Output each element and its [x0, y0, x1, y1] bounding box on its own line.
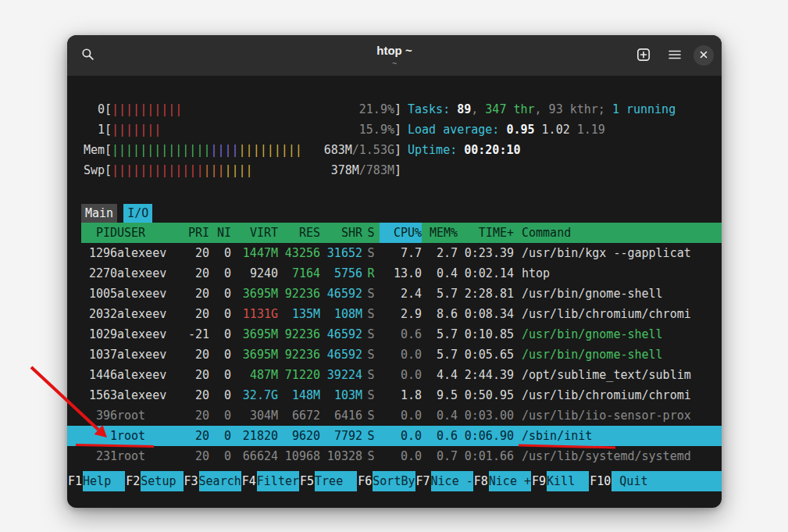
column-header-mem[interactable]: MEM%: [422, 223, 458, 243]
fkey-f8[interactable]: F8Nice +: [473, 471, 531, 491]
titlebar: htop ~ ~: [67, 35, 722, 76]
column-header-time[interactable]: TIME+: [458, 223, 514, 243]
cell-mem: 0.4: [422, 263, 458, 284]
cell-virt: 1447M: [231, 243, 278, 263]
terminal-window: htop ~ ~: [67, 35, 722, 508]
cell-pri: 20: [186, 243, 209, 263]
process-row-pid-396[interactable]: 396root200304M66726416S0.00.40:03.00/usr…: [81, 405, 718, 426]
cell-virt: 487M: [231, 365, 278, 385]
cell-mem: 5.7: [422, 284, 458, 304]
cell-s: S: [362, 284, 380, 304]
cell-pri: 20: [186, 284, 209, 304]
fkey-f5[interactable]: F5Tree: [299, 471, 357, 491]
tab-io[interactable]: I/O: [123, 204, 152, 223]
screen-tabs: MainI/O: [81, 204, 718, 223]
cell-command: /usr/lib/systemd/systemd: [514, 446, 718, 466]
meter-label: 0: [81, 99, 105, 120]
cell-command: /usr/bin/gnome-shell: [514, 284, 718, 304]
column-header-shr[interactable]: SHR: [320, 223, 362, 243]
window-subtitle: ~: [392, 59, 397, 68]
cell-res: 43256: [278, 243, 320, 263]
process-row-pid-1446[interactable]: 1446alexeev200487M7122039224S0.04.42:44.…: [81, 365, 718, 385]
cell-s: S: [362, 345, 380, 365]
cell-command: /sbin/init: [514, 426, 718, 446]
process-row-pid-1563[interactable]: 1563alexeev20032.7G148M103MS1.89.50:50.9…: [81, 385, 718, 405]
cell-command: /usr/bin/kgx --gapplicat: [514, 243, 718, 263]
fkey-f10[interactable]: F10Quit: [589, 471, 722, 491]
cell-pri: 20: [186, 426, 209, 446]
cell-mem: 9.5: [422, 385, 458, 405]
fkey-f7[interactable]: F7Nice -: [415, 471, 473, 491]
cell-mem: 0.4: [422, 405, 458, 426]
cell-pri: -21: [186, 324, 209, 345]
search-button[interactable]: [75, 43, 100, 68]
cell-cpu: 0.0: [380, 446, 422, 466]
cell-cpu: 0.0: [380, 426, 422, 446]
cell-ni: 0: [209, 446, 231, 466]
tab-main[interactable]: Main: [81, 204, 117, 223]
new-tab-button[interactable]: [631, 43, 656, 68]
cell-s: S: [362, 446, 380, 466]
cell-pid: 231: [81, 446, 117, 466]
cell-time: 0:05.65: [458, 345, 514, 365]
meter-bars: ||||||||||: [112, 99, 359, 120]
column-header-command[interactable]: Command: [514, 223, 718, 243]
cell-time: 0:03.00: [458, 405, 514, 426]
cell-res: 9620: [278, 426, 320, 446]
cell-res: 10968: [278, 446, 320, 466]
fkey-f3[interactable]: F3Search: [184, 471, 241, 491]
cell-res: 148M: [278, 385, 320, 405]
column-header-s[interactable]: S: [362, 223, 380, 243]
process-row-pid-2032[interactable]: 2032alexeev2001131G135M108MS2.98.60:08.3…: [81, 304, 718, 324]
cell-s: S: [362, 324, 380, 345]
terminal-content[interactable]: 0[||||||||||21.9%]1[|||||||15.9%]Mem[|||…: [67, 76, 722, 508]
cell-ni: 0: [209, 304, 231, 324]
process-row-pid-1296[interactable]: 1296alexeev2001447M4325631652S7.72.70:23…: [81, 243, 718, 263]
process-row-pid-1037[interactable]: 1037alexeev2003695M9223646592S0.05.70:05…: [81, 345, 718, 365]
column-header-pri[interactable]: PRI: [186, 223, 209, 243]
cell-user: root: [117, 426, 186, 446]
cell-virt: 9240: [231, 263, 278, 284]
cell-time: 0:08.34: [458, 304, 514, 324]
cell-ni: 0: [209, 365, 231, 385]
process-row-pid-1[interactable]: 1root2002182096207792S0.00.60:06.90/sbin…: [67, 426, 722, 446]
cell-command: /opt/sublime_text/sublim: [514, 365, 718, 385]
cell-shr: 46592: [320, 284, 362, 304]
cell-time: 0:10.85: [458, 324, 514, 345]
titlebar-actions: [631, 43, 714, 68]
fkey-f6[interactable]: F6SortBy: [357, 471, 415, 491]
cell-mem: 8.6: [422, 304, 458, 324]
cell-time: 0:02.14: [458, 263, 514, 284]
menu-button[interactable]: [662, 43, 687, 68]
process-row-pid-1005[interactable]: 1005alexeev2003695M9223646592S2.45.72:28…: [81, 284, 718, 304]
cell-virt: 304M: [231, 405, 278, 426]
column-header-user[interactable]: USER: [117, 223, 186, 243]
process-row-pid-231[interactable]: 231root200666241096810328S0.00.70:01.66/…: [81, 446, 718, 466]
cell-cpu: 0.0: [380, 365, 422, 385]
column-header-cpu[interactable]: CPU%: [380, 223, 422, 243]
meter-value: 21.9%: [359, 99, 394, 120]
close-button[interactable]: [694, 45, 714, 66]
column-header-res[interactable]: RES: [278, 223, 320, 243]
cell-pri: 20: [186, 263, 209, 284]
cell-user: alexeev: [117, 345, 186, 365]
cell-ni: 0: [209, 426, 231, 446]
cell-shr: 103M: [320, 385, 362, 405]
window-title: htop ~: [376, 44, 412, 57]
meter-bars: |||||||||||||||||||||||||||: [112, 140, 324, 160]
column-header-ni[interactable]: NI: [209, 223, 231, 243]
cell-s: S: [362, 304, 380, 324]
cell-res: 92236: [278, 345, 320, 365]
fkey-f1[interactable]: F1Help: [67, 471, 125, 491]
fkey-f9[interactable]: F9Kill: [531, 471, 589, 491]
cell-time: 0:50.95: [458, 385, 514, 405]
process-row-pid-2270[interactable]: 2270alexeev200924071645756R13.00.40:02.1…: [81, 263, 718, 284]
fkey-f2[interactable]: F2Setup: [125, 471, 183, 491]
cell-virt: 3695M: [231, 284, 278, 304]
cell-virt: 3695M: [231, 324, 278, 345]
meter-cpu0: 0[||||||||||21.9%]: [81, 99, 401, 120]
column-header-virt[interactable]: VIRT: [231, 223, 278, 243]
fkey-f4[interactable]: F4Filter: [241, 471, 299, 491]
column-header-pid[interactable]: PID: [81, 223, 117, 243]
process-row-pid-1029[interactable]: 1029alexeev-2103695M9223646592S0.65.70:1…: [81, 324, 718, 345]
